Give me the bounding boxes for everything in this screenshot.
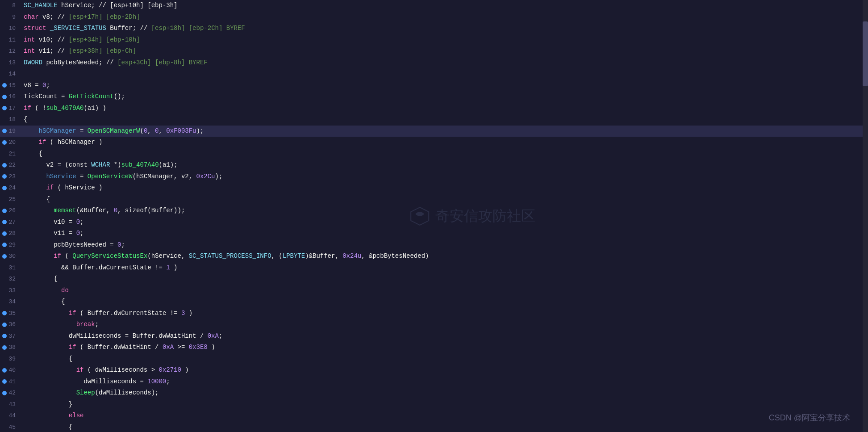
line-number: 21 — [0, 148, 20, 160]
breakpoint-indicator[interactable] — [2, 334, 7, 338]
table-row: 40 if ( dwMilliseconds > 0x2710 ) — [0, 365, 868, 376]
line-number: 37 — [0, 331, 20, 342]
line-number: 23 — [0, 171, 20, 183]
line-number: 32 — [0, 273, 20, 285]
breakpoint-indicator[interactable] — [2, 391, 7, 395]
table-row: 28 v11 = 0; — [0, 228, 868, 239]
code-line-content: struct _SERVICE_STATUS Buffer; // [esp+1… — [20, 23, 245, 34]
breakpoint-indicator[interactable] — [2, 323, 7, 327]
line-number: 29 — [0, 239, 20, 251]
code-line-content: if ( !sub_4079A0(a1) ) — [20, 103, 106, 114]
line-number: 12 — [0, 46, 20, 57]
breakpoint-indicator[interactable] — [2, 311, 7, 315]
table-row: 38 if ( Buffer.dwWaitHint / 0xA >= 0x3E8… — [0, 342, 868, 353]
code-line-content: SC_HANDLE hService; // [esp+10h] [ebp-3h… — [20, 0, 177, 12]
code-line-content: break; — [20, 319, 99, 331]
line-number: 35 — [0, 308, 20, 319]
line-number: 42 — [0, 387, 20, 399]
breakpoint-indicator[interactable] — [2, 83, 7, 88]
vertical-scrollbar[interactable] — [863, 0, 868, 432]
line-number: 40 — [0, 365, 20, 376]
line-number: 39 — [0, 353, 20, 365]
table-row: 34 { — [0, 296, 868, 308]
line-number: 20 — [0, 137, 20, 148]
code-line-content: else — [20, 410, 83, 422]
breakpoint-indicator[interactable] — [2, 368, 7, 373]
code-line-content: v11 = 0; — [20, 228, 83, 239]
line-number: 33 — [0, 285, 20, 297]
table-row: 15v8 = 0; — [0, 80, 868, 92]
table-row: 21 { — [0, 148, 868, 160]
breakpoint-indicator[interactable] — [2, 140, 7, 145]
table-row: 31 && Buffer.dwCurrentState != 1 ) — [0, 262, 868, 274]
code-line-content: dwMilliseconds = Buffer.dwWaitHint / 0xA… — [20, 331, 222, 342]
table-row: 14 — [0, 68, 868, 80]
line-number: 16 — [0, 91, 20, 103]
breakpoint-indicator[interactable] — [2, 231, 7, 236]
code-line-content: { — [20, 353, 72, 365]
code-line-content: v2 = (const WCHAR *)sub_407A40(a1); — [20, 159, 178, 171]
code-line-content: int v10; // [esp+34h] [ebp-10h] — [20, 34, 140, 46]
line-number: 28 — [0, 228, 20, 239]
breakpoint-indicator[interactable] — [2, 186, 7, 190]
table-row: 32 { — [0, 273, 868, 285]
code-line-content: Sleep(dwMilliseconds); — [20, 387, 159, 399]
table-row: 9char v8; // [esp+17h] [ebp-2Dh] — [0, 12, 868, 23]
line-number: 30 — [0, 251, 20, 262]
breakpoint-indicator[interactable] — [2, 243, 7, 247]
table-row: 11int v10; // [esp+34h] [ebp-10h] — [0, 34, 868, 46]
code-line-content: v10 = 0; — [20, 217, 83, 228]
table-row: 12int v11; // [esp+38h] [ebp-Ch] — [0, 46, 868, 57]
table-row: 20 if ( hSCManager ) — [0, 137, 868, 148]
breakpoint-indicator[interactable] — [2, 106, 7, 110]
breakpoint-indicator[interactable] — [2, 345, 7, 350]
table-row: 43 } — [0, 399, 868, 411]
line-number: 14 — [0, 68, 20, 80]
code-line-content: dwMilliseconds = 10000; — [20, 376, 170, 388]
table-row: 13DWORD pcbBytesNeeded; // [esp+3Ch] [eb… — [0, 57, 868, 69]
code-line-content: { — [20, 148, 42, 160]
line-number: 26 — [0, 205, 20, 217]
code-line-content: if ( QueryServiceStatusEx(hService, SC_S… — [20, 251, 429, 262]
code-line-content: { — [20, 296, 65, 308]
code-line-content: if ( Buffer.dwCurrentState != 3 ) — [20, 308, 192, 319]
code-line-content: TickCount = GetTickCount(); — [20, 91, 125, 103]
code-line-content: if ( hService ) — [20, 182, 102, 194]
breakpoint-indicator[interactable] — [2, 220, 7, 224]
breakpoint-indicator[interactable] — [2, 379, 7, 384]
code-line-content: } — [20, 399, 72, 411]
code-line-content: { — [20, 114, 27, 126]
line-number: 44 — [0, 410, 20, 422]
line-number: 19 — [0, 126, 20, 137]
breakpoint-indicator[interactable] — [2, 254, 7, 259]
line-number: 38 — [0, 342, 20, 353]
line-number: 31 — [0, 262, 20, 274]
code-line-content: { — [20, 194, 50, 206]
line-number: 17 — [0, 103, 20, 114]
code-line-content: if ( dwMilliseconds > 0x2710 ) — [20, 365, 189, 376]
table-row: 19 hSCManager = OpenSCManagerW(0, 0, 0xF… — [0, 126, 868, 137]
code-line-content: if ( hSCManager ) — [20, 137, 102, 148]
table-row: 44 else — [0, 410, 868, 422]
breakpoint-indicator[interactable] — [2, 209, 7, 213]
table-row: 24 if ( hService ) — [0, 182, 868, 194]
breakpoint-indicator[interactable] — [2, 129, 7, 133]
line-number: 34 — [0, 296, 20, 308]
table-row: 22 v2 = (const WCHAR *)sub_407A40(a1); — [0, 159, 868, 171]
code-line-content: pcbBytesNeeded = 0; — [20, 239, 125, 251]
table-row: 29 pcbBytesNeeded = 0; — [0, 239, 868, 251]
code-line-content: && Buffer.dwCurrentState != 1 ) — [20, 262, 177, 274]
breakpoint-indicator[interactable] — [2, 174, 7, 179]
breakpoint-indicator[interactable] — [2, 95, 7, 99]
scrollbar-thumb[interactable] — [863, 21, 868, 86]
line-number: 25 — [0, 194, 20, 206]
table-row: 26 memset(&Buffer, 0, sizeof(Buffer)); — [0, 205, 868, 217]
breakpoint-indicator[interactable] — [2, 163, 7, 168]
table-row: 8SC_HANDLE hService; // [esp+10h] [ebp-3… — [0, 0, 868, 12]
code-line-content: DWORD pcbBytesNeeded; // [esp+3Ch] [ebp-… — [20, 57, 208, 69]
code-line-content: hService = OpenServiceW(hSCManager, v2, … — [20, 171, 222, 183]
line-number: 8 — [0, 0, 20, 12]
code-line-content: if ( Buffer.dwWaitHint / 0xA >= 0x3E8 ) — [20, 342, 215, 353]
code-line-content: char v8; // [esp+17h] [ebp-2Dh] — [20, 12, 140, 23]
table-row: 33 do — [0, 285, 868, 297]
